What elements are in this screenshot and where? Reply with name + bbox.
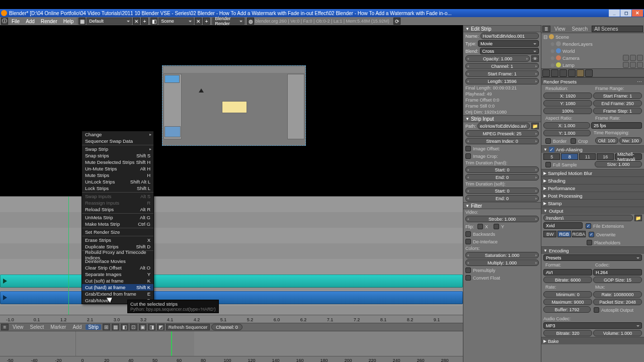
overwrite-check[interactable]: ✓	[589, 232, 594, 237]
image-crop-check[interactable]	[465, 153, 471, 159]
channel-field[interactable]: Channel: 0	[211, 324, 243, 330]
audio-codec-dropdown[interactable]: MP3	[543, 322, 642, 329]
saturation-field[interactable]: Saturation: 1.000	[465, 252, 539, 258]
menu-item[interactable]: Lock StripsShift L	[82, 185, 153, 192]
menu-item[interactable]: Clear Strip OffsetAlt O	[82, 264, 153, 271]
strip-input-header[interactable]: ▼Strip Input	[463, 115, 541, 122]
strip-context-menu[interactable]: ChangeSequencer Swap DataSwap StripSnap …	[82, 131, 154, 304]
menu-item[interactable]: Separate ImagesY	[82, 271, 153, 278]
old-field[interactable]: Old: 100	[595, 137, 618, 144]
outliner-item[interactable]: ⊕Lamp	[541, 61, 644, 68]
menu-file[interactable]: File	[9, 19, 22, 24]
scene-icon[interactable]: ◧	[150, 18, 157, 25]
tab-modifier-icon[interactable]	[585, 69, 593, 77]
res-pct-field[interactable]: 100%	[543, 108, 592, 114]
path-field[interactable]: eo\HowToEditVideo.avi	[477, 123, 530, 129]
new-field[interactable]: Nw: 100	[619, 137, 642, 144]
menu-item[interactable]: Grab/Extend from frameE	[82, 291, 153, 297]
border-check[interactable]	[545, 138, 551, 144]
render-presets-header[interactable]: Render Presets⋯	[541, 77, 644, 85]
strip-type-dropdown[interactable]: Movie	[478, 40, 539, 47]
tab-constraints-icon[interactable]	[577, 69, 584, 77]
packet-size-field[interactable]: Packet Size: 2048	[593, 299, 642, 305]
full-sample-check[interactable]	[545, 162, 551, 167]
length-field[interactable]: Length: 13596	[465, 78, 539, 84]
menu-item[interactable]: Cut (hard) at frameShift K	[82, 284, 153, 291]
convert-float-check[interactable]	[465, 275, 471, 281]
panel-collapsed[interactable]: ▶Shading	[541, 176, 644, 184]
aa-sample-tab[interactable]: 11	[579, 153, 596, 160]
timeline-playhead[interactable]	[171, 331, 172, 356]
menu-item[interactable]: Swap Strip	[82, 146, 153, 152]
globe-icon[interactable]: ◍	[247, 18, 254, 25]
editor-type-icon[interactable]: ≡	[1, 324, 9, 330]
menu-item[interactable]: Snap stripsShift S	[82, 152, 153, 159]
tab-scene-icon[interactable]	[551, 69, 558, 77]
autosplit-check[interactable]	[594, 307, 599, 313]
seq-menu-marker[interactable]: Marker	[48, 324, 68, 330]
enc-presets-dropdown[interactable]: Presets	[543, 254, 642, 261]
rate-max-field[interactable]: Maximum: 9000	[543, 299, 592, 305]
strobe-field[interactable]: Strobe: 1.000	[465, 216, 539, 222]
seq-menu-add[interactable]: Add	[70, 324, 84, 330]
minimize-button[interactable]: _	[609, 10, 620, 17]
outliner-icon[interactable]: ≣	[542, 26, 550, 32]
seq-toggle-5[interactable]: ▣	[139, 324, 146, 330]
out-menu-view[interactable]: View	[552, 26, 568, 32]
enc-format-dropdown[interactable]: AVI	[543, 269, 592, 276]
fps-dropdown[interactable]: 25 fps	[591, 122, 642, 129]
rate-min-field[interactable]: Minimum: 0	[543, 291, 592, 298]
maximize-button[interactable]: ◻	[620, 10, 631, 17]
tab-world-icon[interactable]	[559, 69, 567, 77]
bw-tab[interactable]: BW	[543, 231, 556, 237]
menu-item[interactable]: UnLock StripsShift Alt L	[82, 178, 153, 185]
aa-sample-tab[interactable]: 8	[561, 153, 578, 160]
image-offset-check[interactable]	[465, 146, 471, 151]
frame-step-field[interactable]: Frame Step: 1	[593, 108, 642, 114]
channel-num-field[interactable]: Channel: 1	[465, 63, 539, 69]
seq-toggle-2[interactable]: ▦	[112, 324, 119, 330]
menu-item[interactable]: Cut (soft) at frameK	[82, 278, 153, 284]
outliner-item[interactable]: ⊕RenderLayers	[541, 40, 644, 47]
menu-item[interactable]: Make Meta StripCtrl G	[82, 221, 153, 227]
volume-field[interactable]: Volume: 1.000	[593, 330, 642, 336]
trim-hard-start[interactable]: Start: 0	[465, 166, 539, 173]
output-browse-icon[interactable]: 📁	[634, 215, 642, 221]
seq-menu-view[interactable]: View	[10, 324, 26, 330]
tab-render-icon[interactable]	[542, 69, 550, 77]
mux-rate-field[interactable]: Rate: 10080000	[593, 291, 642, 298]
menu-add[interactable]: Add	[23, 19, 37, 24]
blend-dropdown[interactable]: Cross	[480, 48, 539, 54]
menu-item[interactable]: Un-Mute StripsAlt H	[82, 165, 153, 172]
playhead[interactable]	[68, 197, 69, 315]
premultiply-check[interactable]	[465, 267, 471, 273]
enc-codec-dropdown[interactable]: H.264	[593, 269, 642, 276]
timeline-editor[interactable]: -50-40-200204050608010012014016018020022…	[0, 331, 463, 362]
aa-sample-tab[interactable]: 5	[543, 153, 560, 160]
output-header[interactable]: ▼Output	[541, 207, 644, 214]
edit-strip-header[interactable]: ▼Edit Strip	[463, 25, 541, 32]
gop-field[interactable]: GOP Size: 15	[593, 277, 642, 283]
audio-strip[interactable]	[0, 275, 463, 288]
flip-x-check[interactable]	[477, 224, 483, 229]
outliner-tree[interactable]: ⊟Scene⊕RenderLayers⊕World⊕Camera⊕Lamp	[541, 33, 644, 68]
outliner-item[interactable]: ⊕World	[541, 47, 644, 54]
trim-soft-start[interactable]: Start: 0	[465, 188, 539, 194]
tab-object-icon[interactable]	[568, 69, 576, 77]
deinterlace-check[interactable]	[465, 239, 471, 244]
seq-menu-select[interactable]: Select	[28, 324, 47, 330]
info-icon[interactable]: ⓘ	[1, 18, 8, 25]
frame-start-field[interactable]: Start Frame: 1	[593, 93, 642, 99]
sequencer-preview[interactable]	[0, 25, 463, 196]
flip-y-check[interactable]	[494, 224, 499, 229]
browse-icon[interactable]: 📁	[531, 123, 539, 129]
start-frame-field[interactable]: Start Frame: 1	[465, 70, 539, 77]
layout-add-icon[interactable]: +	[141, 18, 148, 25]
strip-name-field[interactable]: HowToEditVideo.001	[480, 33, 539, 39]
encoding-header[interactable]: ▼Encoding	[541, 246, 644, 254]
outliner-item[interactable]: ⊕Camera	[541, 54, 644, 61]
out-menu-search[interactable]: Search	[570, 26, 591, 32]
panel-collapsed[interactable]: ▶Post Processing	[541, 192, 644, 199]
menu-item[interactable]: Reload StripsAlt R	[82, 206, 153, 213]
menu-item[interactable]: Erase StripsX	[82, 237, 153, 243]
